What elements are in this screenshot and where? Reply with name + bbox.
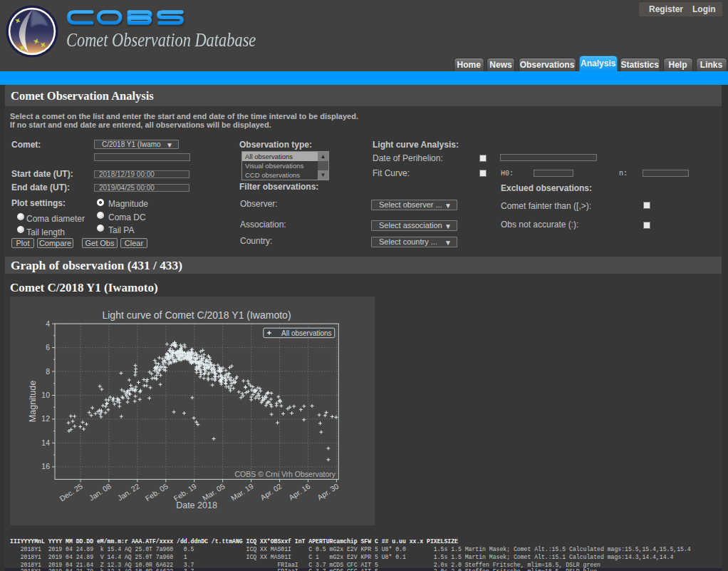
svg-text:Mar. 19: Mar. 19 (229, 482, 255, 503)
svg-text:4: 4 (46, 319, 50, 328)
svg-text:Feb. 19: Feb. 19 (172, 482, 198, 503)
svg-text:Date 2018: Date 2018 (176, 500, 217, 510)
svg-text:12: 12 (41, 414, 50, 423)
svg-text:Apr. 16: Apr. 16 (287, 482, 312, 502)
svg-text:Feb. 05: Feb. 05 (143, 482, 170, 503)
svg-text:Magnitude: Magnitude (28, 381, 38, 422)
svg-text:Apr. 02: Apr. 02 (259, 482, 284, 502)
svg-text:Jan. 08: Jan. 08 (88, 482, 113, 503)
svg-text:Jan. 22: Jan. 22 (116, 482, 142, 503)
svg-text:10: 10 (41, 391, 50, 399)
svg-text:16: 16 (41, 462, 50, 470)
svg-text:8: 8 (46, 367, 50, 376)
svg-text:Mar. 05: Mar. 05 (201, 482, 227, 503)
svg-text:COBS © Crni Vrh Observatory: COBS © Crni Vrh Observatory (234, 470, 336, 478)
svg-text:Dec. 25: Dec. 25 (58, 482, 84, 503)
svg-text:Light curve of Comet C/2018 Y1: Light curve of Comet C/2018 Y1 (Iwamoto) (102, 309, 291, 321)
svg-text:Apr. 30: Apr. 30 (316, 482, 340, 502)
svg-text:All observations: All observations (281, 329, 332, 337)
svg-text:14: 14 (41, 438, 50, 447)
svg-text:6: 6 (46, 343, 50, 351)
